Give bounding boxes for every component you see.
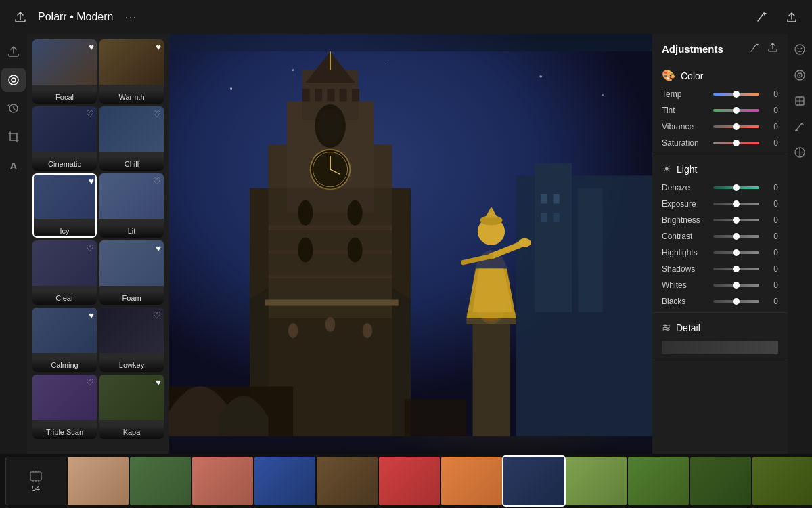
slider-row-shadows: Shadows0 (652, 261, 788, 277)
filter-item-kapa[interactable]: ♥Kapa (99, 375, 164, 439)
filter-heart-clear[interactable]: ♡ (86, 243, 94, 253)
filmstrip-thumb-11[interactable] (752, 457, 812, 505)
more-button[interactable]: ⋯ (121, 7, 140, 26)
slider-row-vibrance: Vibrance0 (652, 119, 788, 135)
filmstrip-thumb-9[interactable] (628, 457, 689, 505)
svg-rect-14 (554, 213, 560, 222)
wand-adj-icon[interactable] (750, 42, 761, 56)
filter-heart-kapa[interactable]: ♥ (156, 377, 161, 387)
section-label-color: Color (681, 70, 703, 81)
svg-point-0 (9, 75, 18, 85)
filter-heart-foam[interactable]: ♥ (156, 243, 161, 253)
crop-sidebar-icon[interactable] (1, 125, 26, 149)
svg-point-65 (799, 75, 800, 76)
svg-point-57 (473, 250, 510, 324)
brush-icon[interactable] (790, 117, 810, 137)
svg-point-1 (12, 78, 16, 82)
filmstrip-thumb-6[interactable] (441, 457, 502, 505)
filter-item-cinematic[interactable]: ♡Cinematic (32, 106, 97, 171)
slider-track-brightness[interactable] (713, 219, 759, 221)
wand-button[interactable] (752, 7, 771, 26)
filmstrip-thumb-2[interactable] (192, 457, 253, 505)
slider-row-tint: Tint0 (652, 102, 788, 119)
filter-item-icy[interactable]: ♥Icy (32, 173, 97, 238)
slider-track-vibrance[interactable] (713, 125, 759, 128)
main-area: A ♥Focal♥Warmth♡Cinematic♡Chill♥Icy♡Lit♡… (0, 34, 812, 454)
svg-rect-11 (541, 194, 547, 204)
filter-heart-calming[interactable]: ♥ (89, 310, 94, 320)
slider-track-contrast[interactable] (713, 235, 759, 238)
filmstrip-counter[interactable]: 54 (5, 457, 66, 505)
filter-item-foam[interactable]: ♥Foam (99, 240, 164, 305)
filter-heart-cinematic[interactable]: ♡ (86, 109, 94, 119)
upload-sidebar-icon[interactable] (1, 39, 26, 64)
upload-button[interactable] (11, 7, 30, 26)
filmstrip-thumb-3[interactable] (254, 457, 315, 505)
left-panel: ♥Focal♥Warmth♡Cinematic♡Chill♥Icy♡Lit♡Cl… (27, 34, 169, 454)
svg-point-62 (801, 48, 803, 49)
filter-heart-lit[interactable]: ♡ (153, 176, 161, 186)
filter-item-focal[interactable]: ♥Focal (32, 39, 97, 104)
slider-row-brightness: Brightness0 (652, 212, 788, 228)
filter-item-triplescan[interactable]: ♡Triple Scan (32, 375, 97, 439)
svg-rect-12 (554, 194, 560, 204)
svg-rect-42 (265, 299, 399, 305)
slider-track-whites[interactable] (713, 284, 759, 287)
filter-heart-triplescan[interactable]: ♡ (86, 377, 94, 387)
export-button[interactable] (782, 7, 801, 26)
filter-heart-chill[interactable]: ♡ (153, 109, 161, 119)
face-icon[interactable] (790, 39, 810, 60)
slider-track-exposure[interactable] (713, 203, 759, 205)
filter-heart-icy[interactable]: ♥ (89, 176, 94, 186)
filter-item-calming[interactable]: ♥Calming (32, 308, 97, 372)
more-filters-button[interactable]: ⋯ More Filters (27, 444, 169, 454)
filter-sidebar-icon[interactable] (1, 68, 26, 92)
slider-row-whites: Whites0 (652, 277, 788, 293)
transform-icon[interactable] (790, 91, 810, 111)
svg-point-44 (325, 317, 336, 332)
slider-thumb-saturation (733, 140, 740, 146)
filter-heart-lowkey[interactable]: ♡ (153, 310, 161, 320)
slider-track-dehaze[interactable] (713, 186, 759, 189)
topbar: Polarr • Modern ⋯ (0, 0, 812, 34)
filmstrip-thumb-7[interactable] (503, 457, 564, 505)
filmstrip-thumb-5[interactable] (379, 457, 440, 505)
slider-row-highlights: Highlights0 (652, 245, 788, 261)
filmstrip-thumb-10[interactable] (690, 457, 751, 505)
slider-track-temp[interactable] (713, 93, 759, 96)
slider-label-contrast: Contrast (662, 232, 708, 241)
section-icon-color: 🎨 (662, 69, 675, 82)
target-icon[interactable] (790, 65, 810, 85)
slider-thumb-temp (733, 91, 740, 98)
text-sidebar-icon[interactable]: A (1, 153, 26, 177)
slider-track-highlights[interactable] (713, 251, 759, 254)
svg-point-3 (230, 87, 233, 90)
filmstrip-thumb-0[interactable] (68, 457, 129, 505)
filter-label-foam: Foam (99, 291, 164, 305)
filmstrip-thumb-8[interactable] (566, 457, 627, 505)
slider-value-tint: 0 (765, 106, 778, 115)
export-adj-icon[interactable] (767, 42, 778, 56)
filter-heart-warmth[interactable]: ♥ (156, 42, 161, 52)
filter-item-clear[interactable]: ♡Clear (32, 240, 97, 305)
filter-item-lit[interactable]: ♡Lit (99, 173, 164, 238)
filter-item-chill[interactable]: ♡Chill (99, 106, 164, 171)
mask-icon[interactable] (790, 142, 810, 163)
slider-track-saturation[interactable] (713, 142, 759, 144)
slider-track-shadows[interactable] (713, 268, 759, 270)
filter-label-calming: Calming (32, 358, 97, 372)
slider-thumb-dehaze (733, 184, 740, 191)
slider-track-tint[interactable] (713, 109, 759, 112)
slider-value-contrast: 0 (765, 232, 778, 241)
history-sidebar-icon[interactable] (1, 96, 26, 121)
svg-rect-69 (30, 472, 41, 480)
slider-label-whites: Whites (662, 280, 708, 290)
filmstrip-thumb-4[interactable] (317, 457, 378, 505)
filmstrip-thumb-1[interactable] (130, 457, 191, 505)
filter-item-lowkey[interactable]: ♡Lowkey (99, 308, 164, 372)
filter-item-warmth[interactable]: ♥Warmth (99, 39, 164, 104)
filter-heart-focal[interactable]: ♥ (89, 42, 94, 52)
svg-point-45 (363, 323, 373, 338)
svg-rect-9 (535, 163, 572, 312)
slider-track-blacks[interactable] (713, 300, 759, 303)
